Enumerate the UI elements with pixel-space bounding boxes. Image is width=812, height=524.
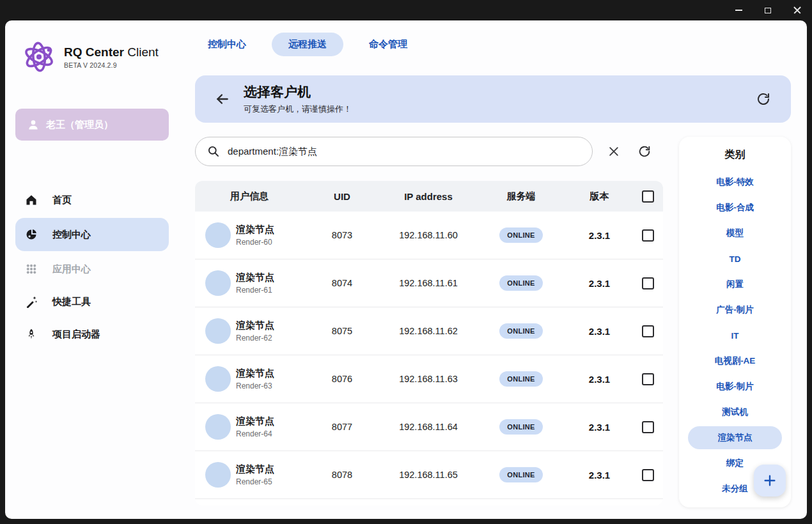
table-footer xyxy=(195,499,663,505)
avatar xyxy=(205,318,231,344)
table-row[interactable]: 渲染节点 Render-65 8078 192.168.11.65 ONLINE… xyxy=(195,451,663,499)
workspace: 用户信息 UID IP address 服务端 版本 渲染节点 Render-6… xyxy=(195,137,791,507)
category-item[interactable]: IT xyxy=(688,323,782,348)
search-box xyxy=(195,137,593,166)
category-item[interactable]: 测试机 xyxy=(688,399,782,425)
category-item[interactable]: 电影-特效 xyxy=(688,169,782,195)
status-badge: ONLINE xyxy=(499,323,542,339)
client-table: 用户信息 UID IP address 服务端 版本 渲染节点 Render-6… xyxy=(195,181,663,505)
client-name: 渲染节点 xyxy=(236,224,274,236)
minimize-icon[interactable] xyxy=(724,1,753,20)
status-badge: ONLINE xyxy=(499,227,542,243)
search-row xyxy=(195,137,663,166)
clear-search-icon[interactable] xyxy=(604,142,623,161)
top-tabs: 控制中心 远程推送 命令管理 xyxy=(208,32,791,56)
sidebar-item-project-launcher[interactable]: 项目启动器 xyxy=(15,320,169,349)
column-header-version: 版本 xyxy=(566,190,633,203)
category-item[interactable]: 闲置 xyxy=(688,272,782,297)
client-name: 渲染节点 xyxy=(236,320,274,332)
table-row[interactable]: 渲染节点 Render-62 8075 192.168.11.62 ONLINE… xyxy=(195,307,663,355)
select-all-checkbox[interactable] xyxy=(642,190,654,203)
client-hostname: Render-62 xyxy=(236,334,274,343)
client-ip: 192.168.11.61 xyxy=(380,278,476,288)
client-name: 渲染节点 xyxy=(236,272,274,284)
client-name: 渲染节点 xyxy=(236,367,274,380)
client-uid: 8073 xyxy=(304,230,380,240)
tab-remote-push[interactable]: 远程推送 xyxy=(272,33,343,56)
plus-icon xyxy=(763,474,777,488)
back-arrow-icon[interactable] xyxy=(213,89,232,109)
client-version: 2.3.1 xyxy=(566,278,633,289)
category-item[interactable]: 广告-制片 xyxy=(688,297,782,323)
sidebar-item-control-center[interactable]: 控制中心 xyxy=(15,218,169,251)
client-hostname: Render-61 xyxy=(236,286,274,295)
main-area: 控制中心 远程推送 命令管理 选择客户机 可复选客户机，请谨慎操作！ xyxy=(179,20,807,519)
row-checkbox[interactable] xyxy=(642,229,654,242)
tab-control-center[interactable]: 控制中心 xyxy=(208,33,246,56)
client-uid: 8078 xyxy=(304,470,380,480)
sidebar-item-label: 项目启动器 xyxy=(52,328,100,341)
client-name: 渲染节点 xyxy=(236,415,274,428)
category-item[interactable]: 电影-制片 xyxy=(688,374,782,399)
status-badge: ONLINE xyxy=(499,419,542,435)
category-item[interactable]: 电视剧-AE xyxy=(688,348,782,374)
control-center-icon xyxy=(24,227,38,242)
category-item-selected[interactable]: 渲染节点 xyxy=(688,426,782,449)
search-refresh-icon[interactable] xyxy=(635,142,654,161)
app-title: RQ Center Client xyxy=(64,45,159,59)
page-header: 选择客户机 可复选客户机，请谨慎操作！ xyxy=(195,75,791,123)
avatar xyxy=(205,414,231,440)
sidebar-item-label: 快捷工具 xyxy=(52,296,91,308)
page-subtitle: 可复选客户机，请谨慎操作！ xyxy=(244,104,352,115)
table-row[interactable]: 渲染节点 Render-64 8077 192.168.11.64 ONLINE… xyxy=(195,403,663,451)
sidebar-item-quick-tools[interactable]: 快捷工具 xyxy=(15,287,169,316)
category-item[interactable]: 电影-合成 xyxy=(688,195,782,220)
status-badge: ONLINE xyxy=(499,467,542,482)
tab-command-management[interactable]: 命令管理 xyxy=(369,33,407,56)
sidebar-item-home[interactable]: 首页 xyxy=(15,185,169,215)
app-version: BETA V 2024.2.9 xyxy=(64,61,159,69)
client-name: 渲染节点 xyxy=(236,463,274,475)
column-header-ip: IP address xyxy=(380,191,476,202)
client-ip: 192.168.11.63 xyxy=(380,374,476,384)
column-header-server: 服务端 xyxy=(476,190,566,203)
client-ip: 192.168.11.62 xyxy=(380,326,476,336)
row-checkbox[interactable] xyxy=(642,373,654,385)
row-checkbox[interactable] xyxy=(642,277,654,289)
category-item[interactable]: TD xyxy=(688,246,782,272)
category-panel-title: 类别 xyxy=(679,148,791,162)
sidebar-item-label: 应用中心 xyxy=(52,263,91,275)
client-version: 2.3.1 xyxy=(566,470,633,481)
status-badge: ONLINE xyxy=(499,275,542,291)
client-hostname: Render-64 xyxy=(236,429,274,438)
user-name: 老王（管理员） xyxy=(46,119,113,131)
table-header-row: 用户信息 UID IP address 服务端 版本 xyxy=(195,181,663,212)
table-row[interactable]: 渲染节点 Render-63 8076 192.168.11.63 ONLINE… xyxy=(195,355,663,403)
search-input[interactable] xyxy=(228,146,581,157)
sidebar-item-label: 首页 xyxy=(52,194,72,206)
maximize-icon[interactable] xyxy=(753,1,783,20)
home-icon xyxy=(24,193,38,207)
app-brand: RQ Center Client BETA V 2024.2.9 xyxy=(20,38,179,75)
magic-wand-icon xyxy=(24,295,38,309)
row-checkbox[interactable] xyxy=(642,469,654,481)
client-uid: 8074 xyxy=(304,278,380,288)
sidebar: RQ Center Client BETA V 2024.2.9 老王（管理员）… xyxy=(5,20,179,519)
sidebar-item-app-center[interactable]: 应用中心 xyxy=(15,254,169,284)
app-logo-icon xyxy=(20,38,58,75)
client-version: 2.3.1 xyxy=(566,374,633,385)
user-badge[interactable]: 老王（管理员） xyxy=(15,109,169,141)
add-category-button[interactable] xyxy=(754,465,786,497)
avatar xyxy=(205,270,231,296)
row-checkbox[interactable] xyxy=(642,421,654,433)
table-row[interactable]: 渲染节点 Render-60 8073 192.168.11.60 ONLINE… xyxy=(195,212,663,259)
close-icon[interactable] xyxy=(783,1,812,20)
sidebar-nav: 首页 控制中心 xyxy=(5,185,179,349)
header-refresh-icon[interactable] xyxy=(754,89,773,109)
row-checkbox[interactable] xyxy=(642,325,654,337)
category-panel: 类别 电影-特效 电影-合成 模型 TD 闲置 广告-制片 IT 电视剧-AE … xyxy=(679,137,791,507)
client-list-column: 用户信息 UID IP address 服务端 版本 渲染节点 Render-6… xyxy=(195,137,663,505)
table-row[interactable]: 渲染节点 Render-61 8074 192.168.11.61 ONLINE… xyxy=(195,259,663,307)
avatar xyxy=(205,462,231,488)
category-item[interactable]: 模型 xyxy=(688,220,782,246)
